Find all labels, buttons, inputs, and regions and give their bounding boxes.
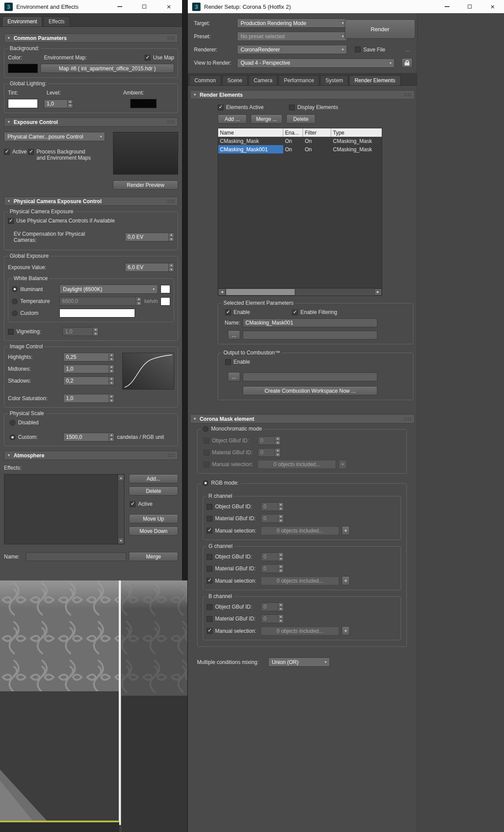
g-add-object-button[interactable]: + bbox=[342, 576, 350, 585]
column-enabled[interactable]: Ena... bbox=[283, 128, 303, 137]
column-name[interactable]: Name bbox=[218, 128, 283, 137]
elements-active-checkbox[interactable] bbox=[218, 105, 223, 110]
combustion-path-field[interactable] bbox=[243, 372, 377, 381]
tint-color-swatch[interactable] bbox=[8, 99, 38, 108]
temperature-color-swatch[interactable] bbox=[161, 297, 170, 306]
spinner-arrows-icon[interactable] bbox=[278, 514, 284, 523]
target-select[interactable]: Production Rendering Mode ▼ bbox=[237, 18, 347, 28]
combustion-browse-button[interactable]: ... bbox=[228, 372, 240, 381]
table-row[interactable]: CMasking_Mask On On CMasking_Mask bbox=[218, 137, 382, 145]
spinner-arrows-icon[interactable] bbox=[109, 394, 114, 403]
merge-element-button[interactable]: Merge ... bbox=[251, 114, 282, 124]
spinner-value[interactable]: 0 bbox=[258, 448, 275, 457]
r-material-gbuf-spinner[interactable]: 0 bbox=[261, 514, 284, 523]
effects-list-scrollbar[interactable]: ▲ ▼ bbox=[117, 474, 124, 544]
spinner-value[interactable]: 0,0 EV bbox=[125, 233, 168, 241]
r-add-object-button[interactable]: + bbox=[342, 526, 350, 535]
spinner-value[interactable]: 0 bbox=[261, 514, 278, 523]
monochromatic-mode-radio[interactable] bbox=[203, 426, 208, 432]
minimize-button[interactable] bbox=[116, 3, 123, 10]
spinner-value[interactable]: 0 bbox=[261, 614, 278, 623]
b-add-object-button[interactable]: + bbox=[342, 626, 350, 635]
effect-active-checkbox[interactable] bbox=[130, 501, 135, 507]
delete-element-button[interactable]: Delete bbox=[286, 114, 315, 124]
spinner-value[interactable]: 0 bbox=[261, 564, 278, 573]
cell-enabled[interactable]: On bbox=[283, 137, 303, 145]
spinner-value[interactable]: 1500,0 bbox=[63, 433, 109, 442]
background-color-swatch[interactable] bbox=[8, 64, 38, 73]
spinner-arrows-icon[interactable] bbox=[275, 436, 281, 445]
save-file-checkbox[interactable] bbox=[355, 47, 361, 52]
cell-filter[interactable]: On bbox=[303, 137, 331, 145]
files-more-button[interactable]: ... bbox=[405, 47, 410, 53]
shadows-spinner[interactable]: 0,2 bbox=[63, 376, 114, 385]
cell-enabled[interactable]: On bbox=[283, 145, 303, 153]
scroll-down-icon[interactable]: ▼ bbox=[118, 537, 124, 544]
scroll-track[interactable] bbox=[118, 481, 124, 537]
add-effect-button[interactable]: Add... bbox=[129, 474, 178, 483]
scroll-up-icon[interactable]: ▲ bbox=[118, 474, 124, 481]
cell-type[interactable]: CMasking_Mask bbox=[331, 137, 382, 145]
midtones-spinner[interactable]: 1,0 bbox=[63, 365, 114, 373]
cell-filter[interactable]: On bbox=[303, 145, 331, 153]
g-material-gbuf-spinner[interactable]: 0 bbox=[261, 564, 284, 573]
render-preview-button[interactable]: Render Preview bbox=[113, 180, 178, 190]
spinner-value[interactable]: 1,0 bbox=[63, 365, 109, 373]
table-hscrollbar[interactable]: ◀ ▶ bbox=[218, 288, 382, 296]
b-object-gbuf-checkbox[interactable] bbox=[207, 604, 212, 610]
rollout-atmosphere[interactable]: ▼ Atmosphere bbox=[4, 451, 178, 460]
spinner-arrows-icon[interactable] bbox=[93, 327, 99, 336]
spinner-value[interactable]: 1,0 bbox=[44, 99, 67, 108]
g-manual-selection-checkbox[interactable] bbox=[207, 578, 212, 584]
close-button[interactable]: × bbox=[165, 3, 172, 10]
r-manual-selection-checkbox[interactable] bbox=[207, 528, 212, 533]
mono-object-gbuf-spinner[interactable]: 0 bbox=[258, 436, 281, 445]
b-objects-included-button[interactable]: 0 objects included... bbox=[261, 627, 339, 635]
scroll-left-icon[interactable]: ◀ bbox=[218, 288, 226, 296]
spinner-value[interactable]: 0,2 bbox=[63, 376, 109, 385]
spinner-value[interactable]: 0,25 bbox=[63, 353, 109, 361]
spinner-arrows-icon[interactable] bbox=[109, 433, 114, 442]
spinner-value[interactable]: 6,0 EV bbox=[125, 263, 168, 272]
spinner-arrows-icon[interactable] bbox=[136, 297, 142, 306]
spinner-arrows-icon[interactable] bbox=[278, 502, 284, 511]
display-elements-checkbox[interactable] bbox=[289, 105, 295, 110]
tab-render-elements[interactable]: Render Elements bbox=[349, 75, 401, 85]
close-button[interactable]: × bbox=[489, 3, 496, 10]
ambient-color-swatch[interactable] bbox=[130, 99, 157, 108]
r-material-gbuf-checkbox[interactable] bbox=[207, 516, 212, 522]
mono-objects-included-button[interactable]: 0 objects included... bbox=[258, 460, 336, 469]
vignetting-spinner[interactable]: 1,0 bbox=[62, 327, 99, 336]
use-physical-camera-controls-checkbox[interactable] bbox=[8, 218, 14, 224]
add-element-button[interactable]: Add ... bbox=[218, 114, 247, 124]
spinner-value[interactable]: 0 bbox=[261, 602, 278, 611]
mono-manual-selection-checkbox[interactable] bbox=[204, 462, 209, 467]
preset-select[interactable]: No preset selected ▼ bbox=[237, 32, 347, 41]
exposure-value-spinner[interactable]: 6,0 EV bbox=[125, 263, 174, 272]
spinner-value[interactable]: 1,0 bbox=[63, 394, 109, 403]
render-elements-table[interactable]: Name Ena... Filter Type CMasking_Mask On… bbox=[218, 128, 382, 288]
spinner-value[interactable]: 6500,0 bbox=[59, 297, 136, 306]
rollout-exposure-control[interactable]: ▼ Exposure Control bbox=[4, 117, 178, 127]
minimize-button[interactable] bbox=[443, 3, 450, 10]
effects-listbox[interactable]: ▲ ▼ bbox=[4, 474, 124, 544]
spinner-arrows-icon[interactable] bbox=[109, 353, 114, 361]
spinner-value[interactable]: 0 bbox=[261, 502, 278, 511]
tab-performance[interactable]: Performance bbox=[278, 75, 319, 85]
ev-compensation-spinner[interactable]: 0,0 EV bbox=[125, 233, 174, 241]
rollout-render-elements[interactable]: ▼ Render Elements bbox=[190, 90, 415, 99]
move-down-button[interactable]: Move Down bbox=[129, 526, 178, 536]
r-objects-included-button[interactable]: 0 objects included... bbox=[261, 526, 339, 535]
b-material-gbuf-checkbox[interactable] bbox=[207, 616, 212, 622]
merge-button[interactable]: Merge bbox=[129, 552, 178, 561]
view-to-render-select[interactable]: Quad 4 - Perspective ▼ bbox=[237, 58, 394, 68]
process-background-checkbox[interactable] bbox=[28, 149, 34, 155]
spinner-value[interactable]: 0 bbox=[258, 436, 275, 445]
r-object-gbuf-spinner[interactable]: 0 bbox=[261, 502, 284, 511]
cell-name[interactable]: CMasking_Mask bbox=[218, 137, 283, 145]
cell-type[interactable]: CMasking_Mask bbox=[331, 145, 382, 153]
enable-filtering-checkbox[interactable] bbox=[292, 310, 298, 315]
g-object-gbuf-checkbox[interactable] bbox=[207, 554, 212, 560]
renderer-select[interactable]: CoronaRenderer ▼ bbox=[237, 45, 347, 54]
scroll-right-icon[interactable]: ▶ bbox=[374, 288, 382, 296]
